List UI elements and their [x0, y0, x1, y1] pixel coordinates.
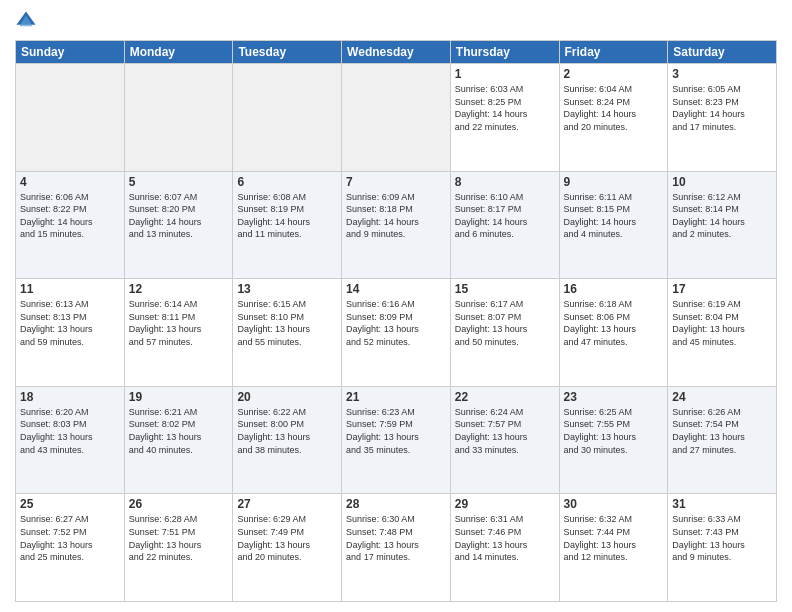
day-number: 20: [237, 390, 337, 404]
calendar-cell: 2Sunrise: 6:04 AM Sunset: 8:24 PM Daylig…: [559, 64, 668, 172]
calendar-table: SundayMondayTuesdayWednesdayThursdayFrid…: [15, 40, 777, 602]
day-number: 6: [237, 175, 337, 189]
calendar-cell: [233, 64, 342, 172]
day-info: Sunrise: 6:26 AM Sunset: 7:54 PM Dayligh…: [672, 406, 772, 456]
day-number: 10: [672, 175, 772, 189]
day-number: 18: [20, 390, 120, 404]
day-number: 26: [129, 497, 229, 511]
calendar-cell: 31Sunrise: 6:33 AM Sunset: 7:43 PM Dayli…: [668, 494, 777, 602]
day-info: Sunrise: 6:28 AM Sunset: 7:51 PM Dayligh…: [129, 513, 229, 563]
day-info: Sunrise: 6:08 AM Sunset: 8:19 PM Dayligh…: [237, 191, 337, 241]
logo-icon: [15, 10, 37, 32]
calendar-cell: [16, 64, 125, 172]
day-number: 17: [672, 282, 772, 296]
weekday-header: Tuesday: [233, 41, 342, 64]
calendar-cell: 15Sunrise: 6:17 AM Sunset: 8:07 PM Dayli…: [450, 279, 559, 387]
calendar-week-row: 11Sunrise: 6:13 AM Sunset: 8:13 PM Dayli…: [16, 279, 777, 387]
day-number: 8: [455, 175, 555, 189]
calendar-week-row: 18Sunrise: 6:20 AM Sunset: 8:03 PM Dayli…: [16, 386, 777, 494]
day-info: Sunrise: 6:07 AM Sunset: 8:20 PM Dayligh…: [129, 191, 229, 241]
day-number: 31: [672, 497, 772, 511]
calendar-cell: 12Sunrise: 6:14 AM Sunset: 8:11 PM Dayli…: [124, 279, 233, 387]
calendar-week-row: 4Sunrise: 6:06 AM Sunset: 8:22 PM Daylig…: [16, 171, 777, 279]
day-info: Sunrise: 6:20 AM Sunset: 8:03 PM Dayligh…: [20, 406, 120, 456]
calendar-cell: 18Sunrise: 6:20 AM Sunset: 8:03 PM Dayli…: [16, 386, 125, 494]
calendar-cell: 19Sunrise: 6:21 AM Sunset: 8:02 PM Dayli…: [124, 386, 233, 494]
day-number: 7: [346, 175, 446, 189]
day-info: Sunrise: 6:13 AM Sunset: 8:13 PM Dayligh…: [20, 298, 120, 348]
calendar-week-row: 1Sunrise: 6:03 AM Sunset: 8:25 PM Daylig…: [16, 64, 777, 172]
day-info: Sunrise: 6:24 AM Sunset: 7:57 PM Dayligh…: [455, 406, 555, 456]
day-info: Sunrise: 6:04 AM Sunset: 8:24 PM Dayligh…: [564, 83, 664, 133]
calendar-week-row: 25Sunrise: 6:27 AM Sunset: 7:52 PM Dayli…: [16, 494, 777, 602]
day-number: 12: [129, 282, 229, 296]
calendar-cell: 20Sunrise: 6:22 AM Sunset: 8:00 PM Dayli…: [233, 386, 342, 494]
day-number: 1: [455, 67, 555, 81]
calendar-cell: 27Sunrise: 6:29 AM Sunset: 7:49 PM Dayli…: [233, 494, 342, 602]
day-number: 14: [346, 282, 446, 296]
weekday-header: Friday: [559, 41, 668, 64]
calendar-cell: 3Sunrise: 6:05 AM Sunset: 8:23 PM Daylig…: [668, 64, 777, 172]
calendar-cell: 30Sunrise: 6:32 AM Sunset: 7:44 PM Dayli…: [559, 494, 668, 602]
day-info: Sunrise: 6:30 AM Sunset: 7:48 PM Dayligh…: [346, 513, 446, 563]
day-info: Sunrise: 6:18 AM Sunset: 8:06 PM Dayligh…: [564, 298, 664, 348]
day-info: Sunrise: 6:06 AM Sunset: 8:22 PM Dayligh…: [20, 191, 120, 241]
day-number: 15: [455, 282, 555, 296]
calendar-cell: 25Sunrise: 6:27 AM Sunset: 7:52 PM Dayli…: [16, 494, 125, 602]
day-info: Sunrise: 6:10 AM Sunset: 8:17 PM Dayligh…: [455, 191, 555, 241]
weekday-header: Sunday: [16, 41, 125, 64]
calendar-cell: [124, 64, 233, 172]
day-info: Sunrise: 6:05 AM Sunset: 8:23 PM Dayligh…: [672, 83, 772, 133]
calendar-cell: 5Sunrise: 6:07 AM Sunset: 8:20 PM Daylig…: [124, 171, 233, 279]
calendar-cell: 4Sunrise: 6:06 AM Sunset: 8:22 PM Daylig…: [16, 171, 125, 279]
calendar-cell: 1Sunrise: 6:03 AM Sunset: 8:25 PM Daylig…: [450, 64, 559, 172]
calendar-cell: 22Sunrise: 6:24 AM Sunset: 7:57 PM Dayli…: [450, 386, 559, 494]
day-number: 27: [237, 497, 337, 511]
day-info: Sunrise: 6:03 AM Sunset: 8:25 PM Dayligh…: [455, 83, 555, 133]
header: [15, 10, 777, 32]
calendar-cell: 7Sunrise: 6:09 AM Sunset: 8:18 PM Daylig…: [342, 171, 451, 279]
day-number: 21: [346, 390, 446, 404]
day-info: Sunrise: 6:19 AM Sunset: 8:04 PM Dayligh…: [672, 298, 772, 348]
day-number: 4: [20, 175, 120, 189]
day-number: 28: [346, 497, 446, 511]
day-number: 23: [564, 390, 664, 404]
day-info: Sunrise: 6:23 AM Sunset: 7:59 PM Dayligh…: [346, 406, 446, 456]
day-info: Sunrise: 6:29 AM Sunset: 7:49 PM Dayligh…: [237, 513, 337, 563]
calendar-cell: 29Sunrise: 6:31 AM Sunset: 7:46 PM Dayli…: [450, 494, 559, 602]
calendar-cell: 16Sunrise: 6:18 AM Sunset: 8:06 PM Dayli…: [559, 279, 668, 387]
day-number: 24: [672, 390, 772, 404]
day-info: Sunrise: 6:17 AM Sunset: 8:07 PM Dayligh…: [455, 298, 555, 348]
day-info: Sunrise: 6:09 AM Sunset: 8:18 PM Dayligh…: [346, 191, 446, 241]
calendar-cell: 11Sunrise: 6:13 AM Sunset: 8:13 PM Dayli…: [16, 279, 125, 387]
day-number: 29: [455, 497, 555, 511]
calendar-cell: 6Sunrise: 6:08 AM Sunset: 8:19 PM Daylig…: [233, 171, 342, 279]
day-info: Sunrise: 6:21 AM Sunset: 8:02 PM Dayligh…: [129, 406, 229, 456]
day-number: 30: [564, 497, 664, 511]
calendar-cell: 17Sunrise: 6:19 AM Sunset: 8:04 PM Dayli…: [668, 279, 777, 387]
day-info: Sunrise: 6:32 AM Sunset: 7:44 PM Dayligh…: [564, 513, 664, 563]
calendar-header-row: SundayMondayTuesdayWednesdayThursdayFrid…: [16, 41, 777, 64]
day-info: Sunrise: 6:15 AM Sunset: 8:10 PM Dayligh…: [237, 298, 337, 348]
day-number: 19: [129, 390, 229, 404]
day-info: Sunrise: 6:14 AM Sunset: 8:11 PM Dayligh…: [129, 298, 229, 348]
day-number: 2: [564, 67, 664, 81]
weekday-header: Saturday: [668, 41, 777, 64]
calendar-cell: 13Sunrise: 6:15 AM Sunset: 8:10 PM Dayli…: [233, 279, 342, 387]
calendar-cell: 28Sunrise: 6:30 AM Sunset: 7:48 PM Dayli…: [342, 494, 451, 602]
day-number: 3: [672, 67, 772, 81]
day-number: 9: [564, 175, 664, 189]
calendar-cell: 10Sunrise: 6:12 AM Sunset: 8:14 PM Dayli…: [668, 171, 777, 279]
day-number: 22: [455, 390, 555, 404]
weekday-header: Wednesday: [342, 41, 451, 64]
day-info: Sunrise: 6:11 AM Sunset: 8:15 PM Dayligh…: [564, 191, 664, 241]
day-number: 5: [129, 175, 229, 189]
day-info: Sunrise: 6:33 AM Sunset: 7:43 PM Dayligh…: [672, 513, 772, 563]
calendar-cell: 14Sunrise: 6:16 AM Sunset: 8:09 PM Dayli…: [342, 279, 451, 387]
weekday-header: Monday: [124, 41, 233, 64]
calendar-cell: 9Sunrise: 6:11 AM Sunset: 8:15 PM Daylig…: [559, 171, 668, 279]
day-info: Sunrise: 6:16 AM Sunset: 8:09 PM Dayligh…: [346, 298, 446, 348]
day-number: 13: [237, 282, 337, 296]
logo: [15, 10, 41, 32]
day-number: 11: [20, 282, 120, 296]
